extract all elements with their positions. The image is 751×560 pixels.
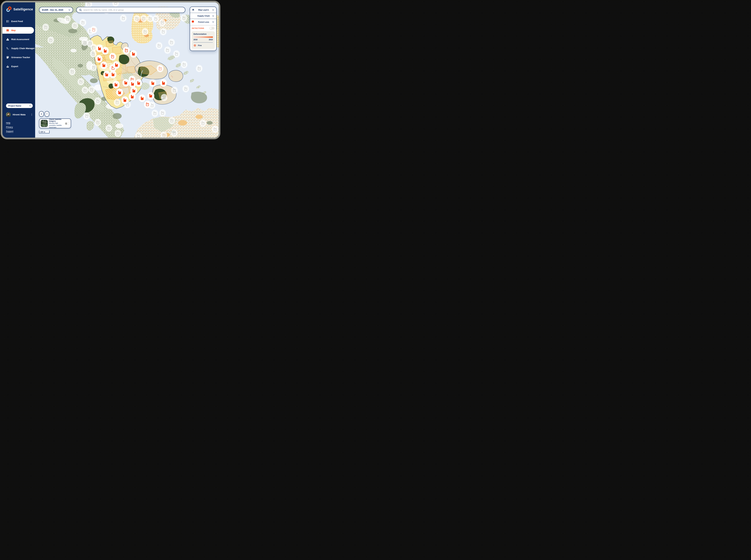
mill-marker[interactable] (122, 79, 129, 86)
mill-marker-outline[interactable] (144, 101, 151, 108)
mill-marker-inactive[interactable] (64, 16, 71, 23)
mill-marker[interactable] (135, 79, 142, 87)
supply-chain-icon (6, 47, 9, 50)
mill-marker-outline[interactable] (123, 47, 130, 54)
zoom-controls: + − (39, 111, 49, 117)
panel-row-label: Forest Loss (196, 21, 212, 23)
mill-marker-inactive[interactable] (42, 24, 49, 31)
mill-marker-inactive[interactable] (171, 87, 178, 94)
mill-marker-inactive[interactable] (106, 124, 112, 132)
mill-marker[interactable] (147, 92, 154, 100)
mill-marker-inactive[interactable] (80, 19, 86, 26)
mill-marker-inactive[interactable] (171, 129, 178, 137)
mill-marker[interactable] (130, 50, 137, 58)
mill-marker-inactive[interactable] (72, 22, 78, 29)
mill-marker-inactive[interactable] (142, 28, 148, 35)
mill-marker[interactable] (129, 80, 136, 88)
mill-marker[interactable] (103, 71, 110, 78)
mill-marker[interactable] (116, 88, 123, 96)
mill-marker-inactive[interactable] (90, 64, 97, 71)
sidebar-item-grievance-tracker[interactable]: Grievance Tracker (2, 54, 35, 61)
mill-marker-inactive[interactable] (95, 97, 101, 104)
mill-marker-inactive[interactable] (159, 19, 165, 26)
mill-marker[interactable] (121, 96, 128, 104)
zoom-out-button[interactable]: − (45, 111, 49, 117)
mill-marker[interactable] (149, 79, 156, 87)
sidebar-item-supply-chain-manager[interactable]: Supply Chain Manager (2, 45, 35, 52)
panel-row-supply-chain[interactable]: Supply Chain (190, 13, 216, 19)
sidebar-nav: Event FeedMapRisk AssessmentSupply Chain… (2, 18, 35, 70)
search-bar (76, 7, 185, 13)
search-input[interactable] (83, 9, 183, 11)
sidebar-item-event-feed[interactable]: Event Feed (2, 18, 35, 25)
year-start: 2016 (194, 39, 198, 41)
mill-marker-inactive[interactable] (47, 37, 54, 44)
mill-marker-inactive[interactable] (212, 125, 218, 133)
mill-marker-inactive[interactable] (134, 15, 140, 22)
mill-marker-inactive[interactable] (181, 61, 187, 68)
kebab-menu-icon[interactable] (31, 113, 33, 116)
sidebar-item-map[interactable]: Map (2, 27, 34, 34)
mill-marker-inactive[interactable] (161, 132, 167, 138)
year-end: 2023 (209, 39, 213, 41)
mill-marker-inactive[interactable] (115, 130, 121, 137)
mill-marker-inactive[interactable] (88, 86, 95, 93)
mill-marker-inactive[interactable] (140, 15, 147, 22)
mill-marker-inactive[interactable] (160, 28, 167, 35)
mill-marker-inactive[interactable] (168, 39, 175, 46)
panel-row-map-layers[interactable]: Map Layers (190, 7, 216, 13)
mill-marker[interactable] (100, 61, 107, 69)
mill-marker-outline[interactable] (109, 53, 116, 60)
avatar[interactable] (6, 112, 11, 117)
mill-marker-inactive[interactable] (168, 117, 175, 124)
mill-marker-inactive[interactable] (153, 15, 159, 22)
mill-marker[interactable] (139, 95, 146, 102)
mill-marker-inactive[interactable] (113, 2, 119, 6)
mill-marker[interactable] (96, 55, 103, 63)
map-scale-label: 100 m (40, 131, 45, 133)
sidebar-item-export[interactable]: Export (2, 63, 35, 70)
mill-marker-inactive[interactable] (164, 46, 171, 54)
sidebar-item-risk-assessment[interactable]: Risk Assessment (2, 36, 35, 43)
report-selector[interactable]: EUDR - Dec 31, 2020 (39, 7, 73, 13)
detections-toggle[interactable] (209, 27, 215, 29)
mill-marker[interactable] (109, 71, 117, 78)
mill-marker-inactive[interactable] (173, 50, 180, 58)
basemap-toggle[interactable] (65, 122, 69, 125)
search-icon (79, 8, 82, 12)
mill-marker-inactive[interactable] (120, 15, 127, 22)
mill-marker-inactive[interactable] (82, 86, 88, 94)
mill-marker-inactive[interactable] (182, 85, 189, 93)
footer-link-privacy[interactable]: Privacy (6, 126, 35, 128)
mill-marker-inactive[interactable] (95, 119, 101, 126)
footer-link-help[interactable]: Help (6, 122, 35, 124)
mill-marker-inactive[interactable] (156, 42, 162, 49)
mill-marker-inactive[interactable] (159, 109, 166, 117)
zoom-in-button[interactable]: + (39, 111, 44, 117)
mill-marker-muted[interactable] (157, 65, 164, 72)
mill-marker-inactive[interactable] (69, 68, 76, 75)
mill-marker-inactive[interactable] (200, 120, 206, 127)
mill-marker-inactive[interactable] (196, 65, 202, 72)
project-selector-label: Project Name (8, 105, 21, 107)
fire-legend-row[interactable]: Fire (194, 44, 213, 47)
mill-marker-inactive[interactable] (181, 15, 187, 22)
mill-marker-muted[interactable] (90, 26, 97, 34)
mill-marker[interactable] (129, 93, 136, 100)
mill-marker-inactive[interactable] (83, 112, 90, 120)
mill-marker[interactable] (160, 79, 167, 87)
project-selector[interactable]: Project Name (6, 103, 33, 108)
mill-marker-inactive[interactable] (90, 50, 97, 57)
mill-marker-inactive[interactable] (78, 78, 84, 85)
mill-marker[interactable] (113, 81, 120, 88)
footer-link-support[interactable]: Support (6, 130, 35, 133)
mill-marker-inactive[interactable] (161, 94, 167, 101)
mill-marker-inactive[interactable] (151, 109, 158, 117)
panel-row-label: Supply Chain (196, 15, 212, 17)
mill-marker-inactive[interactable] (114, 99, 120, 106)
basemap-card: Planet Satellite Imagery Monthly high re… (39, 119, 71, 128)
mill-marker[interactable] (102, 47, 109, 55)
mill-marker-inactive[interactable] (135, 132, 142, 138)
panel-row-forest-loss[interactable]: Forest Loss (190, 19, 216, 25)
mill-marker[interactable] (113, 61, 120, 69)
